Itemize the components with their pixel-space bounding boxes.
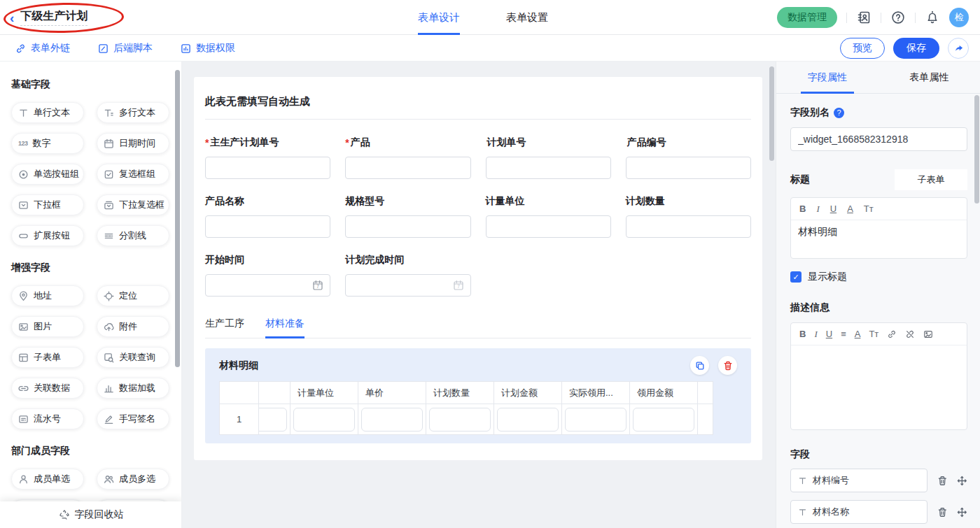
show-title-checkbox-row[interactable]: ✓ 显示标题: [790, 271, 967, 283]
insert-link-icon[interactable]: [887, 329, 897, 339]
subform-material-detail[interactable]: 材料明细: [205, 348, 751, 443]
field-pill-radio-group[interactable]: 单选按钮组: [11, 164, 84, 185]
field-pill-location[interactable]: 定位: [97, 285, 169, 306]
cell-input[interactable]: [361, 408, 423, 431]
canvas-scrollbar[interactable]: [769, 66, 774, 161]
font-color-icon[interactable]: A: [847, 204, 853, 213]
field-pill-linked-data[interactable]: 关联数据: [11, 378, 84, 399]
form-title[interactable]: 下级生产计划: [20, 9, 88, 26]
field-plan-qty[interactable]: 计划数量: [626, 195, 751, 238]
copy-subform-button[interactable]: [690, 356, 709, 375]
remove-link-icon[interactable]: [905, 329, 915, 339]
text-input[interactable]: [486, 157, 611, 179]
bold-icon[interactable]: B: [799, 329, 806, 338]
insert-image-icon[interactable]: [923, 329, 933, 339]
field-spec-model[interactable]: 规格型号: [345, 195, 470, 238]
external-link-button[interactable]: 表单外链: [15, 42, 70, 55]
field-product[interactable]: *产品: [345, 136, 470, 179]
sidebar-scrollbar[interactable]: [175, 70, 180, 367]
field-pill-multi-line-text[interactable]: 多行文本: [97, 102, 169, 123]
field-pill-extend-button[interactable]: 扩展按钮: [11, 225, 84, 246]
move-field-icon[interactable]: [957, 507, 967, 518]
field-pill-data-load[interactable]: 数据加载: [97, 378, 169, 399]
text-input[interactable]: [626, 215, 751, 238]
field-plan-number[interactable]: 计划单号: [486, 136, 611, 179]
font-size-icon[interactable]: Tᴛ: [864, 204, 874, 213]
underline-icon[interactable]: U: [826, 329, 832, 338]
checkbox-checked-icon[interactable]: ✓: [790, 271, 802, 283]
date-input[interactable]: 7: [205, 274, 330, 297]
field-pill-linked-query[interactable]: 关联查询: [97, 347, 169, 368]
delete-subform-button[interactable]: [718, 356, 737, 375]
tab-form-properties[interactable]: 表单属性: [878, 62, 980, 93]
field-pill-member-single[interactable]: 成员单选: [11, 469, 84, 490]
subfield-item[interactable]: 材料名称: [790, 500, 927, 524]
backend-script-button[interactable]: 后端脚本: [98, 42, 153, 55]
back-icon[interactable]: ‹: [10, 11, 14, 24]
tab-form-settings[interactable]: 表单设置: [506, 0, 548, 35]
help-icon[interactable]: [890, 10, 906, 25]
field-pill-divider-line[interactable]: 分割线: [97, 225, 169, 246]
underline-icon[interactable]: U: [830, 204, 836, 213]
notifications-bell-icon[interactable]: [925, 10, 940, 25]
delete-field-icon[interactable]: [937, 476, 948, 486]
field-pill-image[interactable]: 图片: [11, 316, 84, 337]
text-input[interactable]: [345, 215, 470, 238]
cell-input[interactable]: [429, 408, 491, 431]
delete-field-icon[interactable]: [937, 507, 948, 518]
text-input[interactable]: [345, 157, 470, 179]
cell-input[interactable]: [497, 408, 559, 431]
text-input[interactable]: [626, 157, 751, 179]
field-plan-finish-time[interactable]: 计划完成时间 7: [345, 254, 470, 297]
field-unit[interactable]: 计量单位: [486, 195, 611, 238]
tab-field-properties[interactable]: 字段属性: [776, 62, 878, 93]
title-editor-content[interactable]: 材料明细: [791, 220, 967, 258]
field-pill-attachment[interactable]: 附件: [97, 316, 169, 337]
field-product-code[interactable]: 产品编号: [626, 136, 751, 179]
field-pill-checkbox-group[interactable]: 复选框组: [97, 164, 169, 185]
field-pill-datetime[interactable]: 日期时间: [97, 133, 169, 154]
field-main-plan-number[interactable]: *主生产计划单号: [205, 136, 330, 179]
text-input[interactable]: [205, 215, 330, 238]
contacts-icon[interactable]: [856, 10, 872, 25]
tab-form-design[interactable]: 表单设计: [418, 0, 460, 35]
field-product-name[interactable]: 产品名称: [205, 195, 330, 238]
text-input[interactable]: [205, 157, 330, 179]
field-pill-dropdown[interactable]: 下拉框: [11, 194, 84, 215]
cell-input[interactable]: [293, 408, 355, 431]
align-icon[interactable]: ≡: [841, 329, 846, 338]
user-avatar[interactable]: 检: [949, 8, 969, 27]
data-manage-button[interactable]: 数据管理: [777, 7, 837, 28]
panel-scrollbar[interactable]: [974, 95, 979, 204]
cell-input[interactable]: [259, 408, 288, 431]
description-editor-content[interactable]: [791, 345, 967, 429]
cell-input[interactable]: [565, 408, 626, 431]
text-input[interactable]: [486, 215, 611, 238]
bold-icon[interactable]: B: [799, 204, 806, 213]
italic-icon[interactable]: I: [814, 329, 817, 338]
font-size-icon[interactable]: Tᴛ: [869, 329, 878, 338]
share-button[interactable]: [948, 38, 969, 59]
field-pill-address[interactable]: 地址: [11, 285, 84, 306]
field-type-badge[interactable]: 子表单: [895, 169, 967, 190]
data-permission-button[interactable]: 数据权限: [181, 42, 235, 55]
cell-input[interactable]: [633, 408, 694, 431]
field-start-time[interactable]: 开始时间 7: [205, 254, 330, 297]
field-recycle-bin-button[interactable]: 字段回收站: [0, 501, 182, 528]
field-alias-input[interactable]: [790, 127, 967, 151]
alias-help-icon[interactable]: ?: [834, 108, 844, 118]
field-pill-serial-number[interactable]: 流水号: [11, 408, 84, 429]
date-input[interactable]: 7: [345, 274, 470, 297]
field-pill-subform[interactable]: 子表单: [11, 347, 84, 368]
field-pill-dropdown-multi[interactable]: 下拉复选框: [97, 194, 169, 215]
field-pill-number[interactable]: 123 数字: [11, 133, 84, 154]
field-pill-member-multi[interactable]: 成员多选: [97, 469, 169, 490]
tab-material-prep[interactable]: 材料准备: [265, 317, 304, 338]
italic-icon[interactable]: I: [816, 204, 819, 213]
field-pill-single-line-text[interactable]: 单行文本: [11, 102, 84, 123]
tab-production-process[interactable]: 生产工序: [205, 317, 244, 338]
save-button[interactable]: 保存: [893, 38, 939, 59]
subfield-item[interactable]: 材料编号: [790, 469, 927, 492]
preview-button[interactable]: 预览: [840, 38, 885, 59]
field-pill-signature[interactable]: 手写签名: [97, 408, 169, 429]
